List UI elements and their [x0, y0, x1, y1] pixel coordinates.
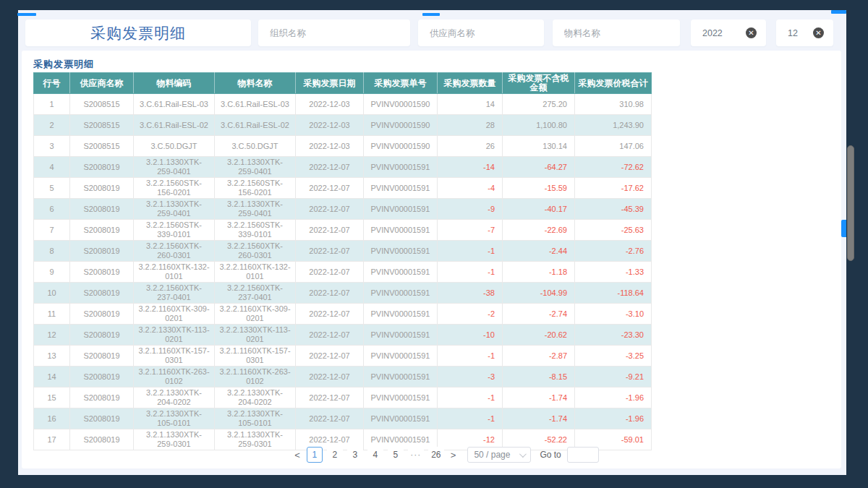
cell-invoice_no: PVINV00001591: [364, 325, 438, 346]
table-row[interactable]: 5S20080193.2.2.1560STK-156-02013.2.2.156…: [34, 178, 652, 199]
cell-invoice_date: 2022-12-07: [296, 199, 364, 220]
table-row[interactable]: 3S20085153.C.50.DGJT3.C.50.DGJT2022-12-0…: [34, 136, 652, 157]
material-name-input[interactable]: [553, 20, 680, 46]
cell-amount_inc_tax: -9.21: [575, 367, 652, 388]
cell-invoice_qty: -1: [438, 241, 503, 262]
table-row[interactable]: 15S20080193.2.2.1330XTK-204-02023.2.2.13…: [34, 388, 652, 408]
pagination-bar: < 12345···26 > 50 / page Go to: [22, 447, 841, 463]
page-button-4[interactable]: 4: [367, 447, 383, 463]
year-filter: ✕: [691, 20, 766, 46]
cell-material_code: 3.2.2.1160XTK-132-0101: [134, 262, 215, 283]
cell-amount_ex_tax: -40.17: [503, 199, 575, 220]
cell-invoice_qty: -38: [438, 283, 503, 304]
cell-invoice_no: PVINV00001590: [364, 136, 438, 157]
cell-invoice_no: PVINV00001591: [364, 220, 438, 241]
table-row[interactable]: 10S20080193.2.2.1560XTK-237-04013.2.2.15…: [34, 283, 652, 304]
table-row[interactable]: 13S20080193.2.1.1160XTK-157-03013.2.1.11…: [34, 346, 652, 367]
cell-invoice_date: 2022-12-07: [296, 367, 364, 388]
cell-row_no: 10: [34, 283, 70, 304]
table-row[interactable]: 6S20080193.2.1.1330XTK-259-04013.2.1.133…: [34, 199, 652, 220]
cell-material_code: 3.2.2.1560STK-339-0101: [134, 220, 215, 241]
cell-material_name: 3.2.2.1160XTK-309-0201: [215, 304, 296, 325]
supplier-name-input[interactable]: [418, 20, 544, 46]
cell-material_code: 3.2.1.1160XTK-263-0102: [134, 367, 215, 388]
column-header-amount_inc_tax: 采购发票价税合计: [575, 73, 652, 94]
cell-supplier_name: S2008019: [70, 157, 134, 178]
page-ellipsis: ···: [408, 447, 424, 463]
cell-row_no: 8: [34, 241, 70, 262]
cell-amount_inc_tax: -118.64: [575, 283, 652, 304]
side-panel-tab[interactable]: [841, 220, 846, 237]
month-filter: ✕: [776, 20, 833, 46]
cell-material_name: 3.2.2.1560XTK-237-0401: [215, 283, 296, 304]
cell-invoice_date: 2022-12-07: [296, 388, 364, 408]
page-size-select[interactable]: 50 / page: [467, 447, 531, 463]
cell-invoice_qty: -1: [438, 262, 503, 283]
page-button-3[interactable]: 3: [347, 447, 363, 463]
cell-material_code: 3.2.1.1330XTK-259-0401: [134, 157, 215, 178]
column-header-material_code: 物料编码: [134, 73, 215, 94]
month-input[interactable]: [776, 20, 833, 46]
cell-amount_ex_tax: -1.74: [503, 388, 575, 408]
page-button-1[interactable]: 1: [307, 447, 323, 463]
cell-invoice_qty: -7: [438, 220, 503, 241]
org-name-input[interactable]: [258, 20, 410, 46]
cell-row_no: 11: [34, 304, 70, 325]
cell-supplier_name: S2008019: [70, 325, 134, 346]
vertical-scrollbar-thumb[interactable]: [847, 145, 854, 261]
page-title: 采购发票明细: [90, 23, 186, 43]
table-row[interactable]: 2S20085153.C.61.Rail-ESL-023.C.61.Rail-E…: [34, 115, 652, 136]
table-row[interactable]: 8S20080193.2.2.1560XTK-260-03013.2.2.156…: [34, 241, 652, 262]
column-header-supplier_name: 供应商名称: [70, 73, 134, 94]
cell-supplier_name: S2008019: [70, 367, 134, 388]
table-row[interactable]: 4S20080193.2.1.1330XTK-259-04013.2.1.133…: [34, 157, 652, 178]
cell-amount_inc_tax: -3.25: [575, 346, 652, 367]
table-row[interactable]: 7S20080193.2.2.1560STK-339-01013.2.2.156…: [34, 220, 652, 241]
month-clear-icon[interactable]: ✕: [813, 27, 824, 38]
cell-supplier_name: S2008019: [70, 346, 134, 367]
cell-row_no: 9: [34, 262, 70, 283]
invoice-detail-panel: 采购发票明细 行号供应商名称物料编码物料名称采购发票日期采购发票单号采购发票数量…: [22, 51, 841, 468]
page-button-26[interactable]: 26: [428, 447, 444, 463]
material-name-filter: [553, 20, 680, 46]
table-row[interactable]: 14S20080193.2.1.1160XTK-263-01023.2.1.11…: [34, 367, 652, 388]
table-row[interactable]: 1S20085153.C.61.Rail-ESL-033.C.61.Rail-E…: [34, 94, 652, 115]
cell-supplier_name: S2008019: [70, 220, 134, 241]
cell-invoice_no: PVINV00001591: [364, 408, 438, 429]
column-header-amount_ex_tax: 采购发票不含税金额: [503, 73, 575, 94]
page-button-2[interactable]: 2: [327, 447, 343, 463]
next-page-icon[interactable]: >: [446, 447, 461, 463]
goto-page-input[interactable]: [567, 447, 599, 463]
cell-row_no: 4: [34, 157, 70, 178]
cell-invoice_no: PVINV00001591: [364, 262, 438, 283]
cell-invoice_date: 2022-12-03: [296, 115, 364, 136]
section-title: 采购发票明细: [33, 58, 94, 71]
cell-supplier_name: S2008515: [70, 115, 134, 136]
prev-page-icon[interactable]: <: [290, 447, 305, 463]
page-buttons: 12345···26: [305, 447, 446, 463]
column-header-invoice_no: 采购发票单号: [364, 73, 438, 94]
cell-invoice_qty: -3: [438, 367, 503, 388]
year-clear-icon[interactable]: ✕: [746, 27, 757, 38]
cell-amount_ex_tax: -2.87: [503, 346, 575, 367]
cell-supplier_name: S2008019: [70, 408, 134, 429]
table-row[interactable]: 9S20080193.2.2.1160XTK-132-01013.2.2.116…: [34, 262, 652, 283]
cell-invoice_qty: -4: [438, 178, 503, 199]
cell-material_code: 3.2.2.1330XTK-204-0202: [134, 388, 215, 408]
cell-invoice_date: 2022-12-07: [296, 241, 364, 262]
cell-amount_ex_tax: -15.59: [503, 178, 575, 199]
invoice-table: 行号供应商名称物料编码物料名称采购发票日期采购发票单号采购发票数量采购发票不含税…: [33, 72, 652, 450]
cell-invoice_date: 2022-12-07: [296, 304, 364, 325]
table-row[interactable]: 16S20080193.2.2.1330XTK-105-01013.2.2.13…: [34, 408, 652, 429]
table-header-row: 行号供应商名称物料编码物料名称采购发票日期采购发票单号采购发票数量采购发票不含税…: [34, 73, 652, 94]
table-row[interactable]: 11S20080193.2.2.1160XTK-309-02013.2.2.11…: [34, 304, 652, 325]
cell-invoice_qty: 26: [438, 136, 503, 157]
table-row[interactable]: 12S20080193.2.2.1330XTK-113-02013.2.2.13…: [34, 325, 652, 346]
cell-invoice_date: 2022-12-07: [296, 283, 364, 304]
cell-amount_inc_tax: -17.62: [575, 178, 652, 199]
title-card: 采购发票明细: [25, 20, 251, 46]
cell-supplier_name: S2008019: [70, 304, 134, 325]
page-button-5[interactable]: 5: [388, 447, 404, 463]
cell-material_code: 3.2.2.1330XTK-105-0101: [134, 408, 215, 429]
cell-amount_inc_tax: -25.63: [575, 220, 652, 241]
